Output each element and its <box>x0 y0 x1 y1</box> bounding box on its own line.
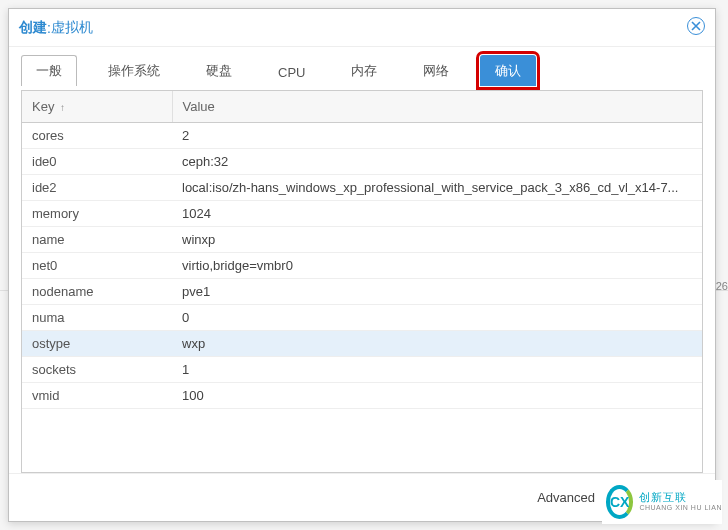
logo-brand-cn: 创新互联 <box>639 491 687 503</box>
close-button[interactable] <box>687 17 705 35</box>
cell-value: 2 <box>172 123 702 149</box>
col-header-value[interactable]: Value <box>172 91 702 123</box>
tab-general[interactable]: 一般 <box>21 55 77 86</box>
cell-key: name <box>22 227 172 253</box>
tab-memory[interactable]: 内存 <box>336 55 392 86</box>
advanced-label: Advanced <box>537 490 595 505</box>
cell-value: 0 <box>172 305 702 331</box>
tab-disk[interactable]: 硬盘 <box>191 55 247 86</box>
table-row[interactable]: numa0 <box>22 305 702 331</box>
cell-key: vmid <box>22 383 172 409</box>
cell-value: 1 <box>172 357 702 383</box>
create-vm-dialog: 创建 : 虚拟机 一般 操作系统 硬盘 CPU 内存 网络 确认 Key ↑ <box>8 8 716 522</box>
cell-key: ide0 <box>22 149 172 175</box>
cell-value: 1024 <box>172 201 702 227</box>
summary-table-wrap: Key ↑ Value cores2ide0ceph:32ide2local:i… <box>21 90 703 473</box>
cell-value: local:iso/zh-hans_windows_xp_professiona… <box>172 175 702 201</box>
cell-key: net0 <box>22 253 172 279</box>
cell-key: memory <box>22 201 172 227</box>
cell-key: nodename <box>22 279 172 305</box>
cell-key: ostype <box>22 331 172 357</box>
table-row[interactable]: nodenamepve1 <box>22 279 702 305</box>
cell-value: winxp <box>172 227 702 253</box>
cell-key: cores <box>22 123 172 149</box>
cell-value: 100 <box>172 383 702 409</box>
table-row[interactable]: net0virtio,bridge=vmbr0 <box>22 253 702 279</box>
watermark-logo: CX 创新互联 CHUANG XIN HU LIAN <box>602 480 722 524</box>
dialog-header: 创建 : 虚拟机 <box>9 9 715 47</box>
sort-asc-icon: ↑ <box>60 102 65 113</box>
table-row[interactable]: cores2 <box>22 123 702 149</box>
dialog-title-subject: 虚拟机 <box>51 19 93 37</box>
table-row[interactable]: vmid100 <box>22 383 702 409</box>
summary-table: Key ↑ Value cores2ide0ceph:32ide2local:i… <box>22 91 702 409</box>
dialog-title-prefix: 创建 <box>19 19 47 37</box>
table-row[interactable]: ostypewxp <box>22 331 702 357</box>
logo-monogram: CX <box>610 494 629 510</box>
tab-confirm[interactable]: 确认 <box>480 55 536 86</box>
tab-cpu[interactable]: CPU <box>263 58 320 86</box>
logo-ring-icon: CX <box>606 485 633 519</box>
tab-network[interactable]: 网络 <box>408 55 464 86</box>
cell-key: numa <box>22 305 172 331</box>
logo-brand-en: CHUANG XIN HU LIAN <box>639 504 722 512</box>
table-row[interactable]: sockets1 <box>22 357 702 383</box>
cell-key: ide2 <box>22 175 172 201</box>
cell-value: ceph:32 <box>172 149 702 175</box>
cell-value: pve1 <box>172 279 702 305</box>
wizard-tabbar: 一般 操作系统 硬盘 CPU 内存 网络 确认 <box>9 47 715 86</box>
table-row[interactable]: memory1024 <box>22 201 702 227</box>
cell-value: wxp <box>172 331 702 357</box>
tab-os[interactable]: 操作系统 <box>93 55 175 86</box>
cell-value: virtio,bridge=vmbr0 <box>172 253 702 279</box>
table-row[interactable]: ide2local:iso/zh-hans_windows_xp_profess… <box>22 175 702 201</box>
table-row[interactable]: ide0ceph:32 <box>22 149 702 175</box>
col-header-key[interactable]: Key ↑ <box>22 91 172 123</box>
cell-key: sockets <box>22 357 172 383</box>
table-row[interactable]: namewinxp <box>22 227 702 253</box>
close-icon <box>691 21 701 31</box>
col-header-key-label: Key <box>32 99 54 114</box>
